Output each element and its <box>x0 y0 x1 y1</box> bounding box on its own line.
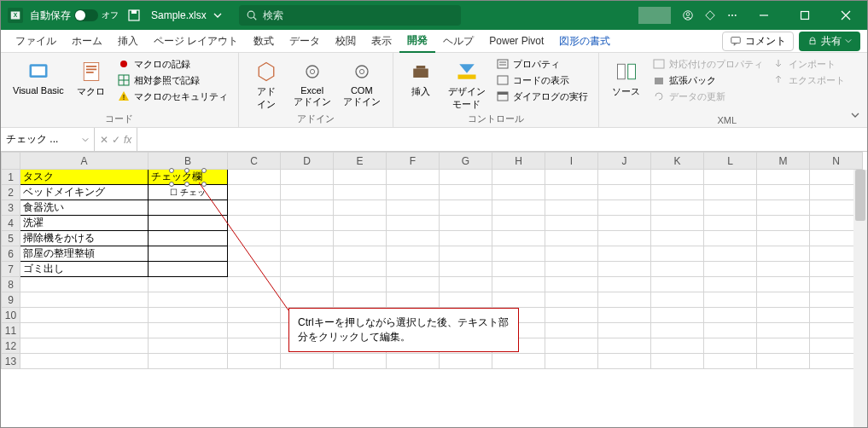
export-button[interactable]: エクスポート <box>770 72 847 88</box>
cell[interactable] <box>228 308 281 323</box>
cell-B7[interactable] <box>149 262 228 277</box>
cell[interactable] <box>598 246 651 262</box>
cell[interactable] <box>440 262 492 277</box>
cell[interactable] <box>704 262 757 277</box>
cell[interactable] <box>228 231 281 246</box>
cell[interactable] <box>440 185 492 200</box>
cell[interactable] <box>651 354 704 369</box>
row-header[interactable]: 3 <box>2 200 20 216</box>
cell[interactable] <box>704 185 757 200</box>
cell[interactable] <box>651 277 704 292</box>
select-all-button[interactable] <box>2 153 20 170</box>
col-header-J[interactable]: J <box>598 153 651 170</box>
cell[interactable] <box>545 216 598 231</box>
collapse-ribbon-button[interactable] <box>850 108 860 124</box>
cell[interactable] <box>704 354 757 369</box>
cell-A2[interactable]: ベッドメイキング <box>20 185 149 200</box>
cell[interactable] <box>545 200 598 216</box>
tab-page-layout[interactable]: ページ レイアウト <box>146 30 246 53</box>
cell[interactable] <box>757 246 810 262</box>
cell-A4[interactable]: 洗濯 <box>20 216 149 231</box>
col-header-M[interactable]: M <box>757 153 810 170</box>
spreadsheet-grid[interactable]: A B C D E F G H I J K L M N 1タスクチェック欄 2ベ… <box>1 152 867 427</box>
cell-B6[interactable] <box>149 246 228 262</box>
cell[interactable] <box>334 292 387 308</box>
checkbox-form-control[interactable] <box>172 171 204 184</box>
cell[interactable] <box>387 231 440 246</box>
cell[interactable] <box>651 185 704 200</box>
cell[interactable] <box>545 277 598 292</box>
cell[interactable] <box>334 216 387 231</box>
tab-home[interactable]: ホーム <box>64 30 110 53</box>
cell[interactable] <box>704 246 757 262</box>
col-header-A[interactable]: A <box>20 153 149 170</box>
cell[interactable] <box>598 170 651 185</box>
resize-handle[interactable] <box>169 168 174 173</box>
cell[interactable] <box>334 185 387 200</box>
row-header[interactable]: 6 <box>2 246 20 262</box>
cell[interactable] <box>545 185 598 200</box>
tab-data[interactable]: データ <box>282 30 328 53</box>
cell[interactable] <box>757 262 810 277</box>
cell[interactable] <box>651 262 704 277</box>
cell[interactable] <box>651 246 704 262</box>
cell[interactable] <box>545 338 598 354</box>
col-header-N[interactable]: N <box>810 153 863 170</box>
design-mode-button[interactable]: デザイン モード <box>445 55 489 113</box>
cell[interactable] <box>387 170 440 185</box>
cell[interactable] <box>149 354 228 369</box>
insert-control-button[interactable]: 挿入 <box>402 55 440 113</box>
tab-powerpivot[interactable]: Power Pivot <box>481 30 551 53</box>
refresh-data-button[interactable]: データの更新 <box>650 89 765 104</box>
cell[interactable] <box>20 292 149 308</box>
col-header-F[interactable]: F <box>387 153 440 170</box>
cell[interactable] <box>545 354 598 369</box>
cell[interactable] <box>440 170 492 185</box>
cell[interactable] <box>704 308 757 323</box>
row-header[interactable]: 12 <box>2 338 20 354</box>
tab-shape-format[interactable]: 図形の書式 <box>551 30 618 53</box>
properties-button[interactable]: プロパティ <box>494 56 590 72</box>
cell[interactable] <box>492 262 545 277</box>
cell[interactable] <box>281 277 334 292</box>
cell[interactable] <box>228 185 281 200</box>
cell[interactable] <box>704 216 757 231</box>
cell[interactable] <box>492 354 545 369</box>
resize-handle[interactable] <box>184 182 189 187</box>
col-header-C[interactable]: C <box>228 153 281 170</box>
cell[interactable] <box>387 354 440 369</box>
cell[interactable] <box>545 292 598 308</box>
run-dialog-button[interactable]: ダイアログの実行 <box>494 89 590 104</box>
row-header[interactable]: 13 <box>2 354 20 369</box>
cell[interactable] <box>334 246 387 262</box>
cell-B5[interactable] <box>149 231 228 246</box>
cell-A1[interactable]: タスク <box>20 170 149 185</box>
cell[interactable] <box>228 262 281 277</box>
cell[interactable] <box>149 323 228 338</box>
cell[interactable] <box>545 308 598 323</box>
cell[interactable] <box>20 354 149 369</box>
macros-button[interactable]: マクロ <box>73 55 110 113</box>
cell[interactable] <box>149 292 228 308</box>
tab-review[interactable]: 校閲 <box>328 30 364 53</box>
cell-A5[interactable]: 掃除機をかける <box>20 231 149 246</box>
cell[interactable] <box>440 354 492 369</box>
cell[interactable] <box>757 216 810 231</box>
cell[interactable] <box>281 354 334 369</box>
cell[interactable] <box>492 185 545 200</box>
cell[interactable] <box>20 277 149 292</box>
cell[interactable] <box>545 323 598 338</box>
row-header[interactable]: 8 <box>2 277 20 292</box>
cell[interactable] <box>704 338 757 354</box>
col-header-K[interactable]: K <box>651 153 704 170</box>
cell[interactable] <box>281 200 334 216</box>
col-header-D[interactable]: D <box>281 153 334 170</box>
cell[interactable] <box>387 185 440 200</box>
tab-developer[interactable]: 開発 <box>399 30 435 53</box>
cell[interactable] <box>387 200 440 216</box>
cell[interactable] <box>149 277 228 292</box>
cell[interactable] <box>757 200 810 216</box>
cell[interactable] <box>387 216 440 231</box>
source-button[interactable]: ソース <box>608 55 645 115</box>
cell[interactable] <box>440 200 492 216</box>
